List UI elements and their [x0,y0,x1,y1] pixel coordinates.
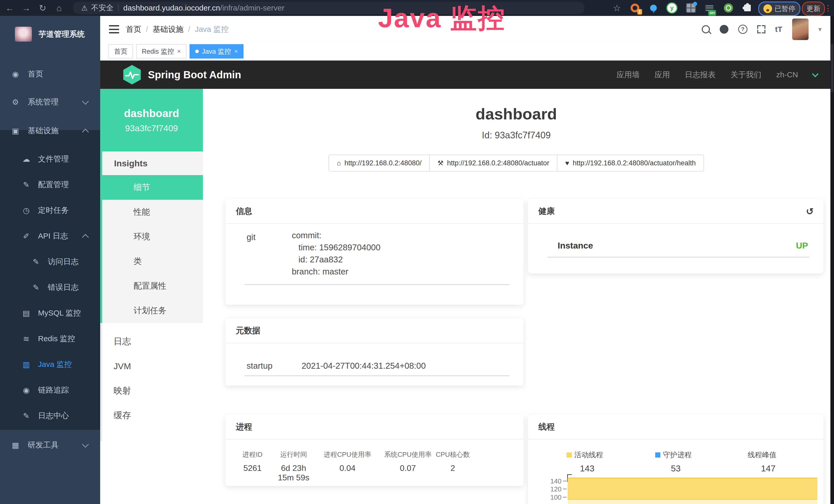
home-icon[interactable]: ⌂ [53,3,65,13]
paused-extension-pill[interactable]: 已暂停 [758,2,800,16]
sidebar-item-file-mgmt[interactable]: ☁ 文件管理 [0,146,100,172]
refresh-icon[interactable]: ↻ [37,3,48,13]
caret-down-icon[interactable]: ▾ [818,25,822,33]
extension-grid-icon[interactable] [685,2,697,14]
sba-item-scheduled-tasks[interactable]: 计划任务 [102,298,203,323]
sba-brand[interactable]: Spring Boot Admin [123,65,241,85]
bookmark-star-icon[interactable]: ☆ [611,3,622,13]
ytick-140: 140 [544,477,562,485]
sba-item-config-props[interactable]: 配置属性 [102,274,203,298]
sba-nav-about[interactable]: 关于我们 [730,70,761,80]
screen-icon: ▥ [21,360,31,369]
sidebar-item-trace[interactable]: ◉ 链路追踪 [0,377,100,403]
breadcrumb-infrastructure[interactable]: 基础设施 [153,24,183,35]
fullscreen-icon[interactable] [757,25,765,33]
instance-id: 93a3fc7f7409 [125,123,178,133]
sidebar-item-log-center[interactable]: ✎ 日志中心 [0,403,100,429]
extension-y-icon[interactable]: y [666,2,678,14]
extension-orange-icon[interactable]: 1 [629,2,641,14]
sidebar-item-system-mgmt[interactable]: ⚙ 系统管理 [0,89,100,115]
sba-nav-wallboard[interactable]: 应用墙 [616,70,640,80]
app-logo [15,27,32,42]
sba-nav-journal[interactable]: 日志报表 [685,70,716,80]
sidebar-item-redis-monitor[interactable]: ≋ Redis 监控 [0,326,100,351]
extensions-puzzle-icon[interactable] [742,2,753,14]
app-sidebar: 芋道管理系统 ◉ 首页 ⚙ 系统管理 ▣ 基础设施 ☁ 文件管理 ✎ 配置管理 … [0,16,100,504]
back-icon[interactable]: ← [4,3,16,13]
health-card-title: 健康 [528,199,824,224]
extension-search-icon[interactable] [723,2,734,14]
sba-item-caches[interactable]: 缓存 [100,403,203,428]
close-icon[interactable] [234,48,238,54]
screen: ← → ↻ ⌂ ⚠ 不安全 dashboard.yudao.iocoder.cn… [0,0,834,504]
sidebar-item-home[interactable]: ◉ 首页 [0,61,100,87]
health-url-button[interactable]: ♥ http://192.168.0.2:48080/actuator/heal… [557,155,704,171]
search-icon[interactable] [702,25,710,33]
ytick-100: 100 [544,494,562,501]
scrollbar-thumb[interactable] [831,44,833,92]
chevron-down-icon[interactable] [812,71,818,77]
threads-card: 线程 活动线程 守护进程 线程峰值 143 53 147 140 120 100 [528,415,824,504]
sidebar-toggle-icon[interactable] [109,25,119,33]
sba-item-environment[interactable]: 环境 [102,224,203,249]
sidebar-item-config-mgmt[interactable]: ✎ 配置管理 [0,172,100,198]
extension-on-icon[interactable]: on [704,2,715,14]
info-row-label: git [247,232,256,242]
actuator-url-button[interactable]: ⚒ http://192.168.0.2:48080/actuator [429,155,557,171]
home-icon: ⌂ [337,159,341,167]
address-bar[interactable]: ⚠ 不安全 dashboard.yudao.iocoder.cn/infra/a… [73,2,585,14]
url-host[interactable]: dashboard.yudao.iocoder.cn [123,4,220,12]
info-card-title: 信息 [225,199,524,224]
tab-java-monitor[interactable]: Java 监控 [190,44,243,59]
breadcrumb-home[interactable]: 首页 [126,24,141,35]
sba-item-details[interactable]: 细节 [102,175,203,200]
health-row-label[interactable]: Instance [557,240,593,251]
monitor-icon: ▣ [10,126,21,135]
sidebar-item-infrastructure[interactable]: ▣ 基础设施 [0,118,100,143]
history-icon[interactable]: ↺ [806,206,814,217]
health-card: 健康 ↺ Instance UP [528,199,824,273]
sidebar-item-access-logs[interactable]: ✎ 访问日志 [0,249,100,274]
sba-item-logs[interactable]: 日志 [100,329,203,354]
extension-pin-icon[interactable] [648,2,659,14]
legend-peak-threads: 线程峰值 [748,450,776,460]
app-title: 芋道管理系统 [39,29,85,40]
sidebar-item-error-logs[interactable]: ✎ 错误日志 [0,274,100,300]
app-logo-row[interactable]: 芋道管理系统 [0,20,100,48]
close-icon[interactable] [177,48,181,54]
service-url-button[interactable]: ⌂ http://192.168.0.2:48080/ [329,155,430,171]
sidebar-item-scheduled-jobs[interactable]: ◷ 定时任务 [0,198,100,223]
tab-home[interactable]: 首页 [108,44,133,59]
wrench-icon: ⚒ [437,159,443,167]
avatar[interactable] [792,19,809,40]
info-row-value: commit: time: 1596289704000 id: 27aa832 … [292,229,380,278]
metadata-card-title: 元数据 [225,318,524,343]
chevron-down-icon [82,98,89,105]
github-icon[interactable] [720,25,728,33]
help-icon[interactable]: ? [738,25,747,34]
forward-icon[interactable]: → [21,3,32,13]
briefcase-icon: ▦ [10,441,21,450]
sba-nav-applications[interactable]: 应用 [655,70,670,80]
browser-menu-kebab-icon[interactable]: ⋮ [822,3,834,13]
sba-lang-select[interactable]: zh-CN [776,70,798,79]
sba-item-mappings[interactable]: 映射 [100,379,203,403]
legend-swatch-blue [655,452,660,458]
doc-edit-icon: ✎ [31,283,41,292]
url-path: /infra/admin-server [220,4,284,12]
update-button[interactable]: 更新 [802,2,825,16]
sba-item-metrics[interactable]: 性能 [102,200,203,224]
sidebar-item-dev-tools[interactable]: ▦ 研发工具 [0,432,100,458]
metadata-row-label: startup [247,361,272,371]
tags-view-bar: 首页 Redis 监控 Java 监控 [100,43,834,61]
sba-instance-sidebar: dashboard 93a3fc7f7409 Insights 细节 性能 环境… [100,89,203,504]
tab-redis-monitor[interactable]: Redis 监控 [136,44,186,59]
sidebar-item-api-logs[interactable]: ✐ API 日志 [0,223,100,249]
edit-icon: ✎ [21,180,31,189]
sidebar-item-mysql-monitor[interactable]: ▤ MySQL 监控 [0,300,100,326]
sba-item-jvm[interactable]: JVM [100,354,203,379]
sidebar-item-java-monitor[interactable]: ▥ Java 监控 [0,351,100,377]
security-label[interactable]: 不安全 [91,3,113,13]
sba-item-classes[interactable]: 类 [102,249,203,274]
font-size-icon[interactable]: tT [775,25,782,33]
